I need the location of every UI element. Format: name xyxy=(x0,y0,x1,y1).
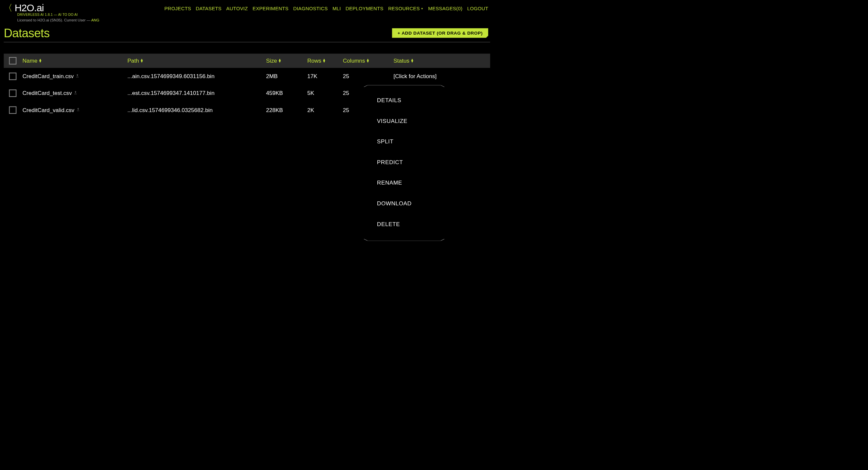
name-cell: CreditCard_test.csv xyxy=(22,90,127,96)
status-cell[interactable]: [Click for Actions] xyxy=(394,73,490,80)
sort-icon: ▲▼ xyxy=(411,59,414,63)
nav-messages[interactable]: MESSAGES(0) xyxy=(428,6,462,11)
sort-icon: ▲▼ xyxy=(140,59,143,63)
size-cell: 2MB xyxy=(266,73,307,80)
menu-item-visualize[interactable]: VISUALIZE xyxy=(364,111,444,131)
sort-icon: ▲▼ xyxy=(38,59,42,63)
nav-deployments[interactable]: DEPLOYMENTS xyxy=(345,6,383,11)
column-header-name[interactable]: Name ▲▼ xyxy=(22,58,127,64)
upload-icon xyxy=(73,90,78,96)
column-header-status[interactable]: Status ▲▼ xyxy=(394,58,490,64)
table-header-row: Name ▲▼ Path ▲▼ Size ▲▼ Rows ▲▼ Columns … xyxy=(4,54,490,68)
sort-icon: ▲▼ xyxy=(322,59,326,63)
menu-item-details[interactable]: DETAILS xyxy=(364,90,444,111)
back-chevron-icon[interactable]: 〈 xyxy=(4,2,12,14)
columns-cell: 25 xyxy=(343,73,394,80)
nav-projects[interactable]: PROJECTS xyxy=(164,6,191,11)
menu-item-download[interactable]: DOWNLOAD xyxy=(364,193,444,214)
nav-resources[interactable]: RESOURCES ▼ xyxy=(388,6,424,11)
rows-cell: 5K xyxy=(307,90,343,96)
tagline: DRIVERLESS AI 1.8.1 — AI TO DO AI xyxy=(17,13,99,17)
rows-cell: 17K xyxy=(307,73,343,80)
logo[interactable]: H2O.ai xyxy=(14,2,44,13)
menu-item-split[interactable]: SPLIT xyxy=(364,131,444,152)
nav-diagnostics[interactable]: DIAGNOSTICS xyxy=(293,6,328,11)
table-row[interactable]: CreditCard_train.csv ...ain.csv.15746993… xyxy=(4,68,490,85)
divider xyxy=(4,42,490,42)
size-cell: 459KB xyxy=(266,90,307,96)
path-cell: ...est.csv.1574699347.1410177.bin xyxy=(127,90,266,96)
path-cell: ...lid.csv.1574699346.0325682.bin xyxy=(127,107,266,113)
sort-icon: ▲▼ xyxy=(278,59,282,63)
add-dataset-button[interactable]: + ADD DATASET (OR DRAG & DROP) xyxy=(392,28,488,38)
nav-autoviz[interactable]: AUTOVIZ xyxy=(226,6,248,11)
row-checkbox[interactable] xyxy=(9,72,17,80)
menu-item-delete[interactable]: DELETE xyxy=(364,214,444,235)
select-all-checkbox[interactable] xyxy=(9,57,17,65)
column-header-path[interactable]: Path ▲▼ xyxy=(127,58,266,64)
sort-icon: ▲▼ xyxy=(366,59,369,63)
rows-cell: 2K xyxy=(307,107,343,113)
nav-datasets[interactable]: DATASETS xyxy=(196,6,222,11)
upload-icon xyxy=(75,74,80,79)
license-line: Licensed to H2O.ai (SN35). Current User … xyxy=(17,18,99,22)
menu-item-rename[interactable]: RENAME xyxy=(364,172,444,193)
dropdown-arrow-icon: ▼ xyxy=(421,7,424,10)
name-cell: CreditCard_train.csv xyxy=(22,73,127,80)
column-header-rows[interactable]: Rows ▲▼ xyxy=(307,58,343,64)
size-cell: 228KB xyxy=(266,107,307,113)
menu-item-predict[interactable]: PREDICT xyxy=(364,152,444,173)
upload-icon xyxy=(76,107,80,113)
path-cell: ...ain.csv.1574699349.6031156.bin xyxy=(127,73,266,80)
page-title: Datasets xyxy=(4,26,50,40)
column-header-size[interactable]: Size ▲▼ xyxy=(266,58,307,64)
column-header-columns[interactable]: Columns ▲▼ xyxy=(343,58,394,64)
name-cell: CreditCard_valid.csv xyxy=(22,107,127,113)
nav-mli[interactable]: MLI xyxy=(333,6,341,11)
context-menu: DETAILS VISUALIZE SPLIT PREDICT RENAME D… xyxy=(364,84,444,240)
row-checkbox[interactable] xyxy=(9,89,17,97)
nav-logout[interactable]: LOGOUT xyxy=(467,6,488,11)
nav-experiments[interactable]: EXPERIMENTS xyxy=(253,6,288,11)
main-nav: PROJECTS DATASETS AUTOVIZ EXPERIMENTS DI… xyxy=(164,2,488,11)
row-checkbox[interactable] xyxy=(9,107,17,114)
current-user[interactable]: ANG xyxy=(91,18,99,22)
